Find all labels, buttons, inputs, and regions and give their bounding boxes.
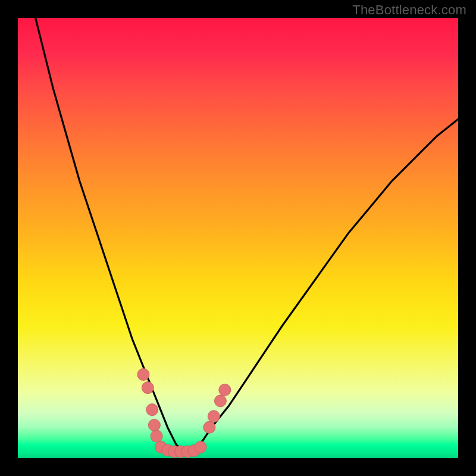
curve-marker [142,382,154,394]
bottleneck-curve [36,18,458,452]
curve-marker [208,411,220,422]
watermark-text: TheBottleneck.com [352,2,466,18]
curve-marker [203,421,215,433]
curve-marker [219,384,231,396]
curve-marker [214,395,226,407]
chart-frame: TheBottleneck.com [0,0,476,476]
curve-marker [151,430,162,442]
curve-marker [137,368,149,380]
chart-svg [18,18,458,458]
marker-group [137,368,231,458]
curve-marker [195,441,206,453]
curve-marker [146,404,158,416]
plot-area [18,18,458,458]
curve-marker [148,419,160,431]
